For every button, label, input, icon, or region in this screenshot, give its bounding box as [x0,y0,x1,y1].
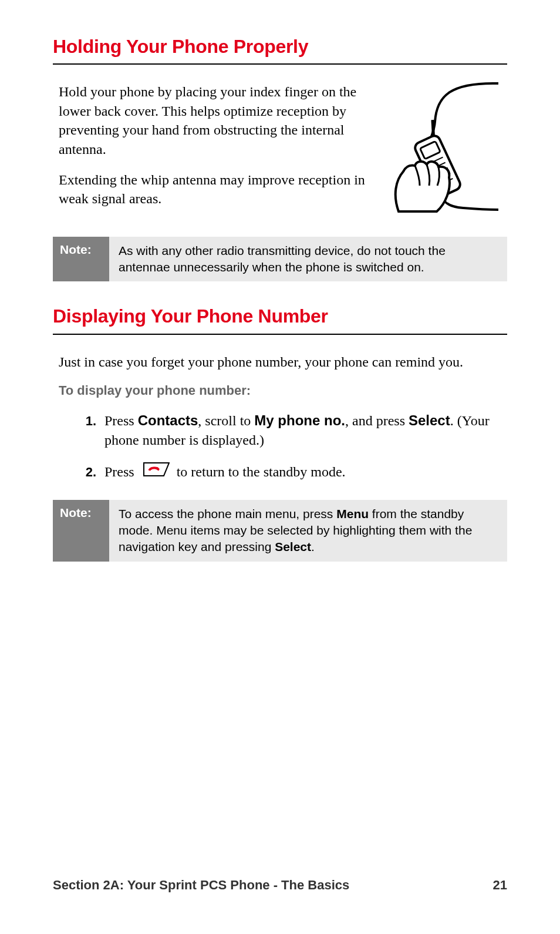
end-key-icon [141,462,170,482]
step-number: 2. [76,462,96,481]
page-number: 21 [493,878,507,893]
svg-line-7 [427,120,439,136]
note-text: As with any other radio transmitting dev… [109,237,507,282]
note-box: Note: To access the phone main menu, pre… [53,500,507,562]
step-number: 1. [76,411,96,430]
footer-section-title: Section 2A: Your Sprint PCS Phone - The … [53,878,349,893]
heading-rule [53,334,507,335]
page-footer: Section 2A: Your Sprint PCS Phone - The … [53,878,507,893]
note-label: Note: [53,500,109,562]
heading-holding-phone: Holding Your Phone Properly [53,35,507,58]
paragraph: Extending the whip antenna may improve r… [59,170,369,209]
paragraph: Just in case you forget your phone numbe… [59,352,501,371]
step-text: Press to return to the standby mode. [104,462,501,483]
note-text: To access the phone main menu, press Men… [109,500,507,562]
note-box: Note: As with any other radio transmitti… [53,237,507,282]
steps-list: 1. Press Contacts, scroll to My phone no… [59,411,501,483]
document-page: Holding Your Phone Properly Hold your ph… [0,0,560,934]
step-text: Press Contacts, scroll to My phone no., … [104,411,501,449]
heading-rule [53,63,507,65]
holding-row: Hold your phone by placing your index fi… [59,82,501,220]
step-item: 1. Press Contacts, scroll to My phone no… [76,411,501,449]
holding-phone-illustration [381,78,501,213]
paragraph: Hold your phone by placing your index fi… [59,82,369,159]
step-item: 2. Press to return to the standby mode. [76,462,501,483]
holding-text-col: Hold your phone by placing your index fi… [59,82,369,220]
heading-displaying-number: Displaying Your Phone Number [53,305,507,327]
note-label: Note: [53,237,109,282]
sub-heading: To display your phone number: [59,383,501,398]
